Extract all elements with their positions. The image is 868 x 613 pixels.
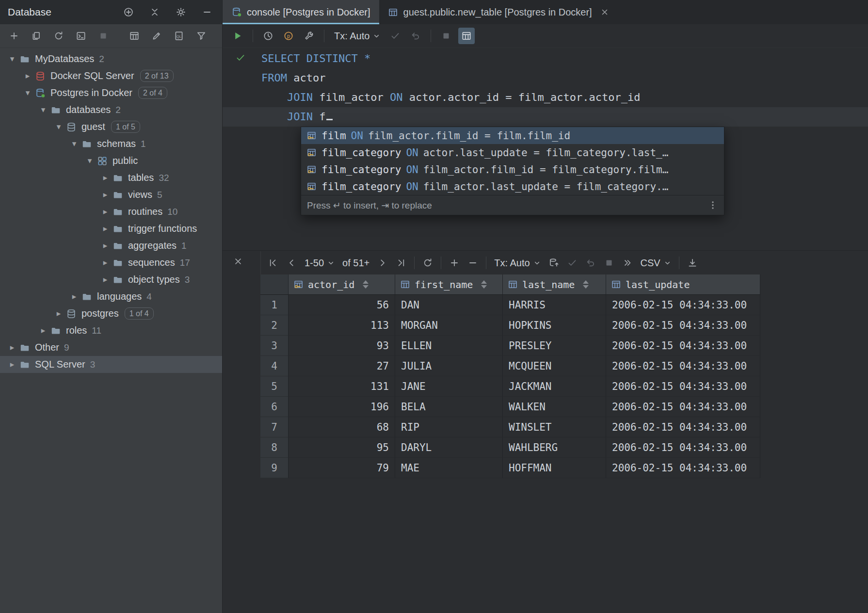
cell-last_update[interactable]: 2006-02-15 04:34:33.00 [606,295,760,315]
cell-last_name[interactable]: HARRIS [503,295,606,315]
row-number[interactable]: 4 [260,356,289,376]
cell-first_name[interactable]: DAN [395,295,503,315]
cell-actor_id[interactable]: 27 [289,356,395,376]
reload-data-button[interactable] [419,255,436,271]
cell-last_name[interactable]: MCQUEEN [503,356,606,376]
settings-gear-icon[interactable] [174,5,188,19]
expand-arrow-icon[interactable]: ▸ [98,241,113,251]
expand-arrow-icon[interactable]: ▸ [51,308,66,319]
tree-item-trigger-functions[interactable]: ▸trigger functions [0,220,222,237]
cell-first_name[interactable]: MAE [395,458,503,478]
tree-item-roles[interactable]: ▸roles11 [0,322,222,339]
cell-actor_id[interactable]: 93 [289,336,395,356]
close-results-button[interactable] [231,254,245,269]
results-tx-mode-select[interactable]: Tx: Auto [491,258,543,269]
run-button[interactable] [229,28,246,44]
tree-item-routines[interactable]: ▸routines10 [0,203,222,220]
cell-last_name[interactable]: WALKEN [503,397,606,417]
cell-last_name[interactable]: WAHLBERG [503,437,606,458]
cell-last_update[interactable]: 2006-02-15 04:34:33.00 [606,315,760,336]
cell-first_name[interactable]: DARYL [395,437,503,458]
row-number[interactable]: 9 [260,458,289,478]
inline-results-toggle[interactable] [458,28,475,44]
tree-item-postgres-in-docker[interactable]: ▾Postgres in Docker2 of 4 [0,84,222,101]
more-options-icon[interactable] [707,200,718,210]
modify-icon[interactable] [149,29,164,43]
next-page-button[interactable] [374,255,391,271]
completion-item[interactable]: film_category ON film_actor.last_update … [301,178,724,195]
session-p-badge[interactable]: p [280,28,297,44]
tree-item-aggregates[interactable]: ▸aggregates1 [0,237,222,254]
tree-item-sql-server[interactable]: ▸SQL Server3 [0,356,222,373]
code-line[interactable]: JOIN f [223,107,868,127]
close-tab-icon[interactable] [600,7,610,17]
tree-item-docker-sql-server[interactable]: ▸Docker SQL Server2 of 13 [0,67,222,84]
new-item-icon[interactable] [7,29,21,43]
completion-item[interactable]: film_category ON actor.last_update = fil… [301,144,724,161]
tree-item-languages[interactable]: ▸languages4 [0,288,222,305]
cell-last_update[interactable]: 2006-02-15 04:34:33.00 [606,376,760,397]
cell-actor_id[interactable]: 79 [289,458,395,478]
open-table-icon[interactable] [127,29,142,43]
add-datasource-icon[interactable] [121,5,136,19]
stop-icon[interactable] [96,29,111,43]
hide-panel-icon[interactable] [200,5,214,19]
editor-tab[interactable]: guest.public.new_table [Postgres in Dock… [379,0,618,24]
collapse-arrow-icon[interactable]: ▾ [36,105,50,115]
revert-changes-button[interactable] [582,255,599,271]
cell-last_name[interactable]: JACKMAN [503,376,606,397]
completion-item[interactable]: film ON film_actor.film_id = film.film_i… [301,127,724,144]
column-header-last_update[interactable]: last_update [606,274,760,295]
submit-to-database-button[interactable] [546,255,562,271]
sort-toggle-icon[interactable] [481,280,487,289]
cell-first_name[interactable]: ELLEN [395,336,503,356]
sort-toggle-icon[interactable] [363,280,369,289]
expand-arrow-icon[interactable]: ▸ [98,190,113,200]
add-row-button[interactable] [446,255,463,271]
tree-item-object-types[interactable]: ▸object types3 [0,271,222,288]
cell-last_update[interactable]: 2006-02-15 04:34:33.00 [606,397,760,417]
cell-last_name[interactable]: HOFFMAN [503,458,606,478]
cell-actor_id[interactable]: 196 [289,397,395,417]
last-page-button[interactable] [393,255,409,271]
editor-results-splitter[interactable] [223,250,868,251]
collapse-arrow-icon[interactable]: ▾ [20,88,35,98]
cell-last_name[interactable]: WINSLET [503,417,606,437]
tree-item-tables[interactable]: ▸tables32 [0,169,222,186]
cell-first_name[interactable]: JANE [395,376,503,397]
delete-row-button[interactable] [465,255,481,271]
collapse-arrow-icon[interactable]: ▾ [67,139,81,149]
tree-item-databases[interactable]: ▾databases2 [0,101,222,118]
editor-tab[interactable]: console [Postgres in Docker] [223,0,379,24]
tx-mode-select[interactable]: Tx: Auto [331,31,383,42]
more-actions-button[interactable] [619,255,636,271]
cell-last_update[interactable]: 2006-02-15 04:34:33.00 [606,458,760,478]
expand-arrow-icon[interactable]: ▸ [98,258,113,268]
jump-to-console-icon[interactable] [74,29,88,43]
column-header-first_name[interactable]: first_name [395,274,503,295]
cell-first_name[interactable]: JULIA [395,356,503,376]
query-history-button[interactable] [260,28,276,44]
tree-item-other[interactable]: ▸Other9 [0,339,222,356]
commit-button[interactable] [387,28,403,44]
page-range-select[interactable]: 1-50 [302,258,338,269]
expand-arrow-icon[interactable]: ▸ [5,342,19,353]
select-all-corner[interactable] [260,274,289,295]
tree-item-guest[interactable]: ▾guest1 of 5 [0,118,222,135]
expand-arrow-icon[interactable]: ▸ [98,224,113,234]
duplicate-icon[interactable] [29,29,44,43]
row-number[interactable]: 6 [260,397,289,417]
cell-actor_id[interactable]: 68 [289,417,395,437]
cell-last_name[interactable]: PRESLEY [503,336,606,356]
expand-arrow-icon[interactable]: ▸ [67,291,81,302]
column-header-actor_id[interactable]: actor_id [289,274,395,295]
cell-actor_id[interactable]: 131 [289,376,395,397]
tree-item-public[interactable]: ▾public [0,152,222,169]
stop-button[interactable] [438,28,454,44]
code-line[interactable]: FROM actor [223,68,868,88]
results-commit-button[interactable] [564,255,580,271]
expand-arrow-icon[interactable]: ▸ [20,71,35,81]
expand-arrow-icon[interactable]: ▸ [98,173,113,183]
rollback-button[interactable] [407,28,424,44]
results-stop-button[interactable] [601,255,617,271]
